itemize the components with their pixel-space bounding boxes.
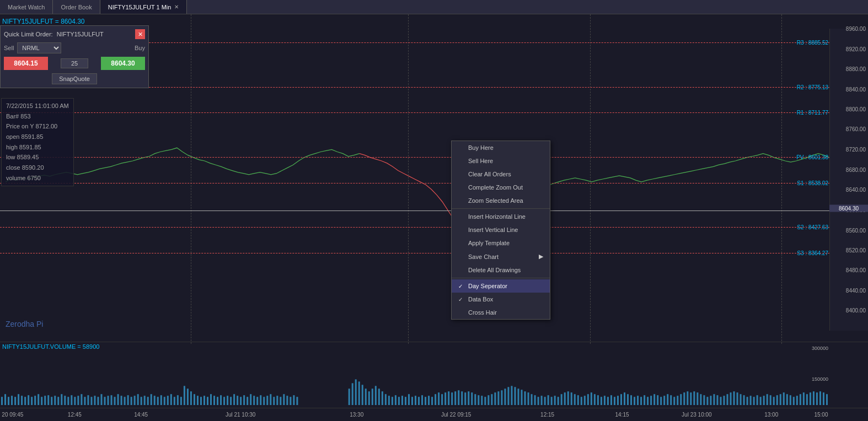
svg-rect-38 — [117, 394, 119, 405]
svg-rect-137 — [494, 392, 496, 405]
menu-item-buy-here[interactable]: Buy Here — [452, 141, 550, 154]
svg-rect-96 — [358, 381, 360, 405]
svg-rect-125 — [454, 391, 456, 405]
svg-rect-196 — [690, 392, 692, 405]
menu-item-save-chart[interactable]: Save Chart ▶ — [452, 250, 550, 263]
menu-item-complete-zoom[interactable]: Complete Zoom Out — [452, 181, 550, 194]
menu-check-day-separator: ✓ — [458, 283, 465, 289]
svg-rect-236 — [823, 392, 824, 405]
menu-item-apply-template[interactable]: Apply Template — [452, 236, 550, 250]
tab-market-watch[interactable]: Market Watch — [0, 0, 53, 14]
svg-rect-218 — [763, 396, 765, 405]
svg-rect-99 — [368, 391, 370, 405]
svg-rect-212 — [743, 395, 745, 405]
price-label-8440: 8440.00 — [846, 288, 866, 294]
svg-rect-189 — [667, 394, 668, 405]
menu-item-zoom-area[interactable]: Zoom Selected Area — [452, 194, 550, 207]
svg-rect-56 — [177, 395, 179, 405]
svg-rect-15 — [41, 397, 42, 405]
svg-rect-185 — [653, 394, 655, 405]
menu-divider-1 — [452, 208, 550, 209]
svg-rect-57 — [180, 397, 182, 405]
svg-rect-53 — [167, 396, 169, 405]
svg-rect-191 — [673, 397, 675, 405]
svg-rect-157 — [561, 394, 562, 405]
menu-item-horiz-line[interactable]: Insert Horizontal Line — [452, 210, 550, 223]
svg-rect-64 — [203, 396, 205, 405]
menu-divider-2 — [452, 278, 550, 278]
svg-rect-206 — [723, 396, 725, 405]
svg-rect-142 — [511, 386, 512, 405]
svg-rect-46 — [144, 396, 146, 405]
sell-price-button[interactable]: 8604.15 — [4, 57, 48, 70]
svg-rect-126 — [458, 390, 459, 405]
svg-rect-67 — [213, 396, 215, 405]
svg-rect-87 — [280, 397, 281, 405]
svg-rect-213 — [747, 397, 748, 405]
s2-line — [0, 227, 829, 228]
svg-rect-95 — [355, 379, 357, 405]
svg-rect-51 — [160, 395, 162, 405]
menu-item-vert-line[interactable]: Insert Vertical Line — [452, 223, 550, 236]
svg-rect-222 — [776, 395, 778, 405]
svg-rect-55 — [174, 397, 175, 405]
sell-label: Sell — [4, 45, 14, 51]
menu-item-data-box[interactable]: ✓ Data Box — [452, 293, 550, 306]
product-select[interactable]: NRML — [17, 42, 61, 53]
svg-rect-216 — [757, 395, 758, 405]
svg-rect-118 — [431, 397, 433, 405]
svg-rect-165 — [587, 394, 589, 405]
svg-rect-122 — [444, 392, 446, 405]
svg-rect-79 — [253, 396, 255, 405]
menu-label-horiz-line: Insert Horizontal Line — [468, 213, 526, 220]
current-price-label: 8604.30 — [829, 205, 868, 212]
xaxis-label-5: Jul 22 09:15 — [441, 412, 471, 418]
svg-rect-60 — [190, 391, 192, 405]
data-close: close 8590.20 — [6, 163, 69, 173]
quick-order-title: Quick Limit Order: NIFTY15JULFUT — [4, 31, 104, 37]
r1-label: R1 : 8711.77 — [797, 110, 828, 116]
svg-rect-214 — [750, 396, 752, 405]
svg-rect-131 — [474, 394, 476, 405]
svg-rect-136 — [491, 394, 492, 405]
menu-item-day-separator[interactable]: ✓ Day Seperator — [452, 279, 550, 293]
tab-close-icon[interactable]: ✕ — [174, 4, 179, 10]
svg-rect-48 — [151, 394, 152, 405]
svg-rect-223 — [780, 394, 781, 405]
svg-rect-237 — [826, 394, 828, 405]
menu-item-delete-drawings[interactable]: Delete All Drawings — [452, 263, 550, 277]
svg-rect-171 — [607, 397, 609, 405]
buy-price-button[interactable]: 8604.30 — [101, 57, 145, 70]
svg-rect-89 — [286, 396, 288, 405]
r2-label: R2 : 8775.13 — [797, 84, 828, 90]
svg-rect-14 — [37, 394, 39, 405]
xaxis-label-7: 14:15 — [615, 412, 629, 418]
svg-rect-193 — [680, 394, 682, 405]
svg-rect-179 — [634, 397, 635, 405]
svg-rect-63 — [200, 397, 202, 405]
svg-rect-194 — [683, 392, 685, 405]
svg-rect-146 — [524, 391, 526, 405]
menu-label-apply-template: Apply Template — [468, 240, 510, 246]
menu-label-zoom-area: Zoom Selected Area — [468, 197, 523, 204]
quantity-input[interactable] — [61, 58, 88, 68]
snapquote-button[interactable]: SnapQuote — [52, 73, 97, 84]
quick-order-close-button[interactable]: ✕ — [135, 29, 145, 39]
tab-order-book[interactable]: Order Book — [53, 0, 100, 14]
svg-rect-23 — [67, 397, 69, 405]
svg-rect-235 — [819, 391, 821, 405]
s1-line — [0, 183, 829, 183]
menu-item-sell-here[interactable]: Sell Here — [452, 154, 550, 168]
svg-rect-203 — [713, 394, 715, 405]
tab-chart[interactable]: NIFTY15JULFUT 1 Min ✕ — [100, 0, 187, 14]
svg-rect-6 — [11, 396, 13, 405]
svg-rect-4 — [4, 394, 6, 405]
menu-item-crosshair[interactable]: Cross Hair — [452, 306, 550, 319]
svg-rect-154 — [551, 397, 553, 405]
svg-rect-204 — [716, 395, 718, 405]
menu-item-clear-orders[interactable]: Clear All Orders — [452, 168, 550, 181]
svg-rect-25 — [74, 397, 76, 405]
svg-rect-17 — [47, 395, 49, 405]
svg-rect-31 — [94, 396, 95, 405]
svg-rect-128 — [464, 392, 466, 405]
